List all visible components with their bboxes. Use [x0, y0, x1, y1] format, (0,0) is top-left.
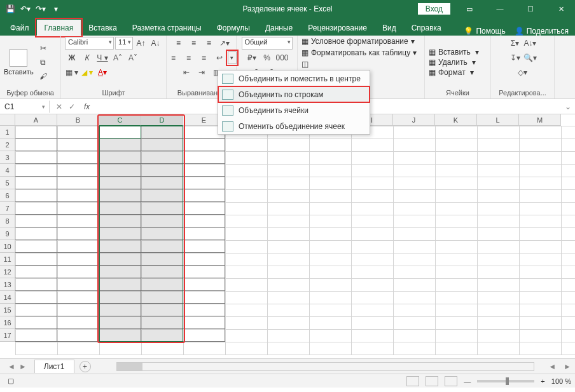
delete-cells-button[interactable]: ▦Удалить ▾	[429, 58, 479, 67]
row-header[interactable]: 3	[0, 151, 15, 164]
tab-data[interactable]: Данные	[258, 20, 300, 36]
currency-icon[interactable]: ₽▾	[245, 51, 259, 64]
zoom-out-button[interactable]: ―	[464, 377, 471, 385]
cut-icon[interactable]: ✂	[36, 42, 50, 55]
column-header[interactable]: C	[99, 114, 141, 126]
decrease-indent-icon[interactable]: ⇤	[179, 66, 193, 79]
conditional-formatting-button[interactable]: ▦Условное форматирование▾	[301, 37, 415, 46]
tab-file[interactable]: Файл	[3, 20, 37, 36]
row-header[interactable]: 9	[0, 227, 15, 240]
expand-formula-bar-icon[interactable]: ⌄	[561, 102, 575, 111]
column-header[interactable]: M	[519, 114, 561, 126]
decrease-font-icon[interactable]: A↓	[149, 37, 162, 50]
align-left-icon[interactable]: ≡	[167, 51, 181, 64]
borders-button[interactable]: ▦ ▾	[65, 66, 79, 79]
qat-customize-icon[interactable]: ▾	[51, 4, 61, 14]
column-header[interactable]: D	[141, 114, 183, 126]
zoom-in-button[interactable]: +	[541, 377, 544, 385]
row-header[interactable]: 6	[0, 189, 15, 202]
tab-home[interactable]: Главная	[37, 20, 81, 36]
orientation-icon[interactable]: ↗▾	[218, 37, 232, 50]
help-tellme[interactable]: 💡Помощь	[464, 27, 505, 36]
row-header[interactable]: 11	[0, 253, 15, 266]
horizontal-scrollbar[interactable]	[116, 362, 535, 371]
percent-icon[interactable]: %	[260, 51, 274, 64]
format-cells-button[interactable]: ▦Формат ▾	[429, 68, 479, 77]
close-icon[interactable]: ✕	[550, 0, 572, 18]
page-break-view-icon[interactable]	[445, 376, 457, 386]
tab-formulas[interactable]: Формулы	[209, 20, 258, 36]
row-header[interactable]: 4	[0, 164, 15, 177]
merge-dropdown[interactable]: ▾	[228, 51, 237, 64]
paste-button[interactable]: Вставить	[4, 49, 34, 76]
row-header[interactable]: 15	[0, 304, 15, 316]
copy-icon[interactable]: ⧉	[36, 56, 50, 69]
undo-icon[interactable]: ↶▾	[20, 4, 31, 14]
fill-color-button[interactable]: ◢ ▾	[80, 66, 94, 79]
enter-formula-icon[interactable]: ✓	[69, 102, 75, 111]
merge-cells-item[interactable]: Объединить ячейки	[218, 102, 370, 118]
bold-button[interactable]: Ж	[65, 51, 79, 64]
minimize-icon[interactable]: ―	[488, 0, 511, 18]
insert-cells-button[interactable]: ▦Вставить ▾	[429, 48, 479, 57]
column-header[interactable]: K	[435, 114, 477, 126]
select-all-corner[interactable]	[0, 114, 15, 126]
name-box[interactable]: C1▾	[0, 100, 50, 113]
tab-review[interactable]: Рецензирование	[300, 20, 375, 36]
align-middle-icon[interactable]: ≡	[187, 37, 201, 50]
increase-indent-icon[interactable]: ⇥	[195, 66, 209, 79]
merge-center-item[interactable]: Объединить и поместить в центре	[218, 71, 370, 86]
autosum-icon[interactable]: Σ▾	[508, 37, 522, 50]
sort-filter-icon[interactable]: A↓▾	[523, 37, 537, 50]
fill-icon[interactable]: ↧▾	[508, 51, 522, 64]
sheet-tab[interactable]: Лист1	[34, 360, 74, 373]
row-header[interactable]: 12	[0, 266, 15, 278]
cell-styles-button[interactable]: ◫	[301, 60, 308, 69]
format-painter-icon[interactable]: 🖌	[36, 70, 50, 83]
spreadsheet-grid[interactable]: ABCDEFGHIJKLM 1234567891011121314151617	[0, 114, 575, 358]
page-layout-view-icon[interactable]	[426, 376, 438, 386]
unmerge-item[interactable]: Отменить объединение ячеек	[218, 118, 370, 134]
row-header[interactable]: 10	[0, 240, 15, 253]
tab-view[interactable]: Вид	[375, 20, 404, 36]
column-header[interactable]: B	[57, 114, 99, 126]
ribbon-options-icon[interactable]: ▭	[458, 0, 481, 18]
row-header[interactable]: 17	[0, 329, 15, 342]
tab-help[interactable]: Справка	[404, 20, 449, 36]
merge-across-item[interactable]: Объединить по строкам	[218, 86, 370, 102]
row-header[interactable]: 16	[0, 316, 15, 329]
column-header[interactable]: A	[15, 114, 57, 126]
wrap-text-icon[interactable]: ↩	[212, 51, 226, 64]
align-top-icon[interactable]: ≡	[172, 37, 186, 50]
row-header[interactable]: 14	[0, 291, 15, 304]
normal-view-icon[interactable]	[406, 376, 419, 386]
maximize-icon[interactable]: ☐	[519, 0, 542, 18]
clear-icon[interactable]: ◇▾	[516, 66, 530, 79]
underline-button[interactable]: Ч ▾	[95, 51, 109, 64]
cancel-formula-icon[interactable]: ✕	[56, 102, 62, 111]
zoom-slider[interactable]	[477, 380, 534, 382]
row-header[interactable]: 8	[0, 215, 15, 227]
row-header[interactable]: 1	[0, 126, 15, 139]
align-bottom-icon[interactable]: ≡	[202, 37, 216, 50]
increase-font-alt-icon[interactable]: A˄	[111, 51, 125, 64]
font-color-button[interactable]: A ▾	[95, 66, 109, 79]
tab-insert[interactable]: Вставка	[81, 20, 125, 36]
signin-button[interactable]: Вход	[418, 3, 450, 15]
comma-icon[interactable]: 000	[275, 51, 289, 64]
row-header[interactable]: 7	[0, 202, 15, 215]
increase-font-icon[interactable]: A↑	[134, 37, 148, 50]
column-header[interactable]: J	[393, 114, 435, 126]
find-select-icon[interactable]: 🔍▾	[523, 51, 537, 64]
align-center-icon[interactable]: ≡	[182, 51, 196, 64]
save-icon[interactable]: 💾	[5, 4, 15, 14]
italic-button[interactable]: К	[80, 51, 94, 64]
zoom-level[interactable]: 100 %	[551, 377, 571, 385]
number-format-dropdown[interactable]: Общий	[242, 37, 293, 50]
share-button[interactable]: 👤Поделиться	[515, 27, 569, 36]
sheet-nav-next-icon[interactable]: ►	[19, 362, 27, 371]
sheet-nav-prev-icon[interactable]: ◄	[8, 362, 15, 371]
row-header[interactable]: 2	[0, 139, 15, 151]
fx-icon[interactable]: fx	[84, 102, 90, 111]
row-header[interactable]: 13	[0, 278, 15, 291]
